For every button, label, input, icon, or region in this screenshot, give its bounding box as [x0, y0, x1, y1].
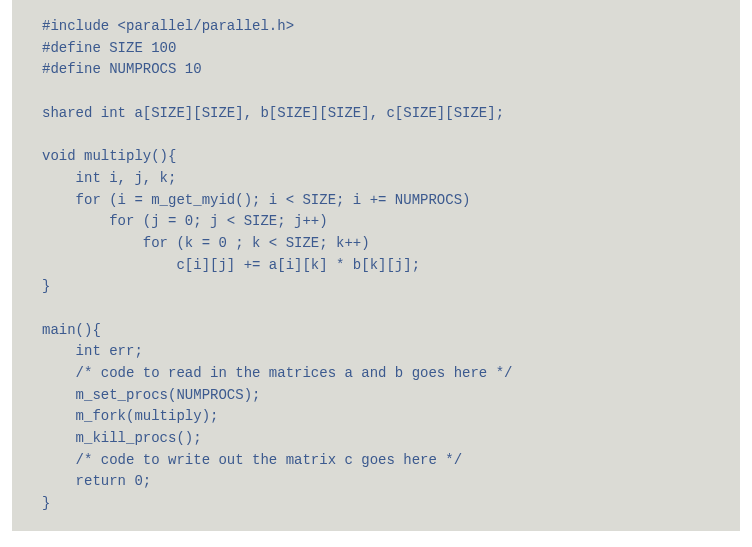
- figure-container: #include <parallel/parallel.h> #define S…: [0, 0, 752, 547]
- code-listing: #include <parallel/parallel.h> #define S…: [12, 0, 740, 531]
- figure-caption: Figure 13.4 Use of a library to provide …: [0, 531, 752, 547]
